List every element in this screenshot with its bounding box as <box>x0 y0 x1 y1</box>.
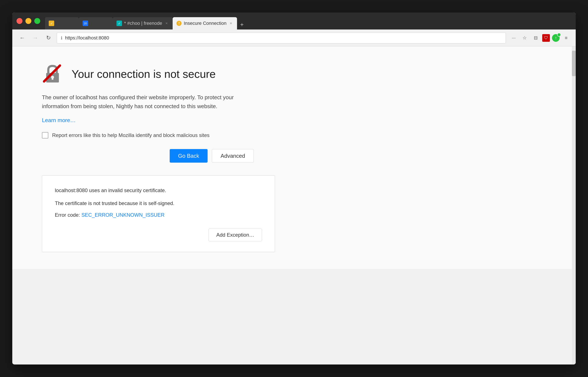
more-button[interactable]: ··· <box>509 34 518 42</box>
page-content: Your connection is not secure The owner … <box>12 47 576 269</box>
browser-window: ✓ 20 ✓ * #choo | freenode × ! Insecure C… <box>12 12 576 365</box>
error-header: Your connection is not secure <box>42 63 296 85</box>
error-code-row: Error code: SEC_ERROR_UNKNOWN_ISSUER <box>55 212 262 218</box>
scrollbar-track[interactable] <box>572 47 576 365</box>
error-description: The owner of localhost has configured th… <box>42 93 254 111</box>
url-display: https://localhost:8080 <box>65 35 502 41</box>
tab-4-favicon: ! <box>177 21 181 26</box>
page-wrapper: Your connection is not secure The owner … <box>12 47 576 365</box>
tab-4-close[interactable]: × <box>229 21 233 26</box>
error-code-prefix: Error code: <box>55 212 81 218</box>
error-title: Your connection is not secure <box>72 68 216 80</box>
error-container: Your connection is not secure The owner … <box>42 63 296 252</box>
button-row: Go Back Advanced <box>42 149 254 163</box>
tab-2[interactable]: 20 <box>79 17 113 29</box>
advanced-button[interactable]: Advanced <box>212 149 254 163</box>
svg-rect-2 <box>52 77 53 80</box>
tab-3-title: * #choo | freenode <box>124 21 162 26</box>
error-detail-box: localhost:8080 uses an invalid security … <box>42 175 275 252</box>
reload-button[interactable]: ↻ <box>44 33 53 43</box>
lock-slash-icon <box>42 63 63 85</box>
minimize-button[interactable] <box>25 18 31 24</box>
new-tab-button[interactable]: + <box>237 20 247 29</box>
checkbox-row: Report errors like this to help Mozilla … <box>42 132 296 139</box>
nav-actions: ··· ☆ ⊟ 🛡 ↑ ≡ <box>509 34 571 42</box>
bookmark-button[interactable]: ☆ <box>520 34 529 42</box>
close-button[interactable] <box>17 18 22 24</box>
tab-2-favicon: 20 <box>83 21 88 26</box>
reader-button[interactable]: ⊟ <box>531 34 540 42</box>
shield-button[interactable]: 🛡 <box>542 34 550 42</box>
tab-3[interactable]: ✓ * #choo | freenode × <box>113 17 173 29</box>
back-button[interactable]: ← <box>17 33 27 43</box>
tab-3-favicon: ✓ <box>116 21 122 26</box>
tab-1-favicon: ✓ <box>49 21 54 26</box>
security-icon: ℹ <box>61 35 63 40</box>
traffic-lights <box>17 18 40 24</box>
tab-bar: ✓ 20 ✓ * #choo | freenode × ! Insecure C… <box>45 12 571 29</box>
tab-3-close[interactable]: × <box>164 21 169 26</box>
menu-button[interactable]: ≡ <box>562 34 571 42</box>
detail-line1: localhost:8080 uses an invalid security … <box>55 186 262 195</box>
title-bar: ✓ 20 ✓ * #choo | freenode × ! Insecure C… <box>12 12 576 29</box>
detail-line2: The certificate is not trusted because i… <box>55 199 262 208</box>
maximize-button[interactable] <box>34 18 40 24</box>
addon-badge <box>557 33 561 37</box>
add-exception-row: Add Exception… <box>55 229 262 241</box>
tab-4-title: Insecure Connection <box>184 21 226 26</box>
error-code-link[interactable]: SEC_ERROR_UNKNOWN_ISSUER <box>81 212 164 218</box>
add-exception-button[interactable]: Add Exception… <box>208 229 262 241</box>
tab-1[interactable]: ✓ <box>45 17 79 29</box>
lock-icon-container <box>42 63 63 85</box>
nav-bar: ← → ↻ ℹ https://localhost:8080 ··· ☆ ⊟ 🛡… <box>12 29 576 47</box>
checkbox-label: Report errors like this to help Mozilla … <box>52 132 210 138</box>
learn-more-link[interactable]: Learn more… <box>42 117 296 124</box>
forward-button[interactable]: → <box>31 33 40 43</box>
address-bar[interactable]: ℹ https://localhost:8080 <box>57 33 506 44</box>
go-back-button[interactable]: Go Back <box>170 149 208 163</box>
tab-4[interactable]: ! Insecure Connection × <box>173 17 237 29</box>
addon-button[interactable]: ↑ <box>552 34 560 42</box>
report-errors-checkbox[interactable] <box>42 132 48 139</box>
scrollbar-thumb[interactable] <box>572 51 576 76</box>
